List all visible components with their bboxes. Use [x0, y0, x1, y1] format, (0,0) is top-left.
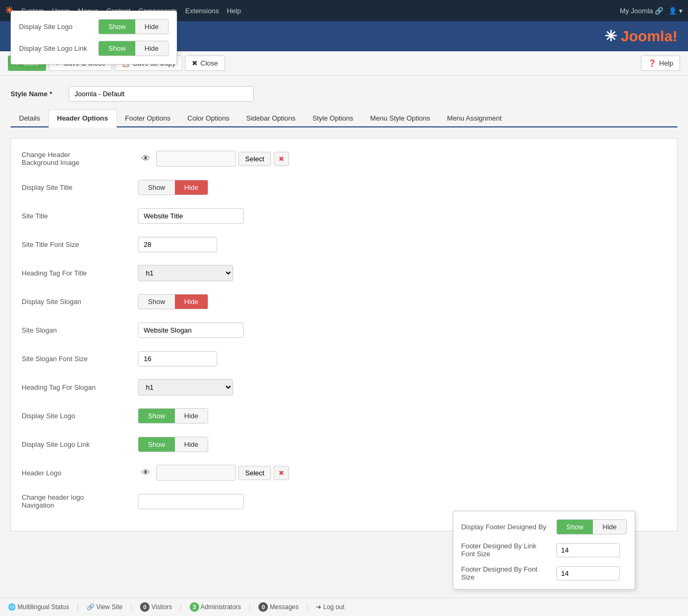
label-site-title: Site Title	[22, 212, 138, 220]
floating-logo-show-1[interactable]: Show	[99, 20, 135, 34]
control-header-logo: 👁 Select ✖	[138, 465, 289, 481]
floating-logo-show-2[interactable]: Show	[99, 41, 135, 56]
select-button-header-bg[interactable]: Select	[238, 152, 271, 166]
help-icon: ❓	[648, 59, 656, 67]
show-site-logo[interactable]: Show	[138, 409, 175, 423]
nav-help[interactable]: Help	[227, 7, 241, 15]
joomla-logo: ✳ Joomla!	[605, 27, 677, 45]
tab-details[interactable]: Details	[11, 109, 49, 126]
tab-menu-style-options[interactable]: Menu Style Options	[362, 109, 439, 126]
fp-footer-show[interactable]: Show	[557, 520, 593, 534]
hide-site-slogan[interactable]: Hide	[175, 295, 208, 309]
toggle-display-site-slogan[interactable]: Show Hide	[138, 294, 208, 309]
close-button[interactable]: ✖ Close	[185, 56, 225, 71]
form-row-change-header-bg: Change HeaderBackground Image 👁 Select ✖	[22, 149, 666, 168]
form-row-header-logo: Header Logo 👁 Select ✖	[22, 463, 666, 482]
tab-style-options[interactable]: Style Options	[304, 109, 361, 126]
site-title-input[interactable]	[138, 208, 244, 224]
label-display-site-logo-link: Display Site Logo Link	[22, 440, 138, 448]
form-row-display-site-logo-link: Display Site Logo Link Show Hide	[22, 435, 666, 454]
form-row-heading-tag-title: Heading Tag For Title h1 h2 h3	[22, 263, 666, 282]
user-icon[interactable]: 👤 ▾	[668, 7, 683, 15]
show-site-slogan[interactable]: Show	[138, 295, 175, 309]
form-row-change-header-logo-nav: Change header logoNavigation	[22, 492, 666, 511]
help-button[interactable]: ❓ Help	[641, 56, 680, 71]
hide-site-logo[interactable]: Hide	[175, 409, 208, 423]
file-input-header-bg	[156, 151, 236, 167]
label-change-header-logo-nav: Change header logoNavigation	[22, 493, 138, 509]
tabs-row: Details Header Options Footer Options Co…	[11, 109, 677, 127]
form-panel: Change HeaderBackground Image 👁 Select ✖…	[11, 138, 677, 531]
floating-logo-label-2: Display Site Logo Link	[19, 44, 93, 52]
site-title-font-size-input[interactable]	[138, 237, 217, 252]
floating-logo-hide-2[interactable]: Hide	[135, 41, 169, 56]
label-site-title-font-size: Site Title Font Size	[22, 241, 138, 249]
clear-button-header-logo[interactable]: ✖	[274, 466, 289, 480]
nav-right: My Joomla 🔗 👤 ▾	[620, 7, 683, 15]
form-row-site-slogan-font-size: Site Slogan Font Size	[22, 349, 666, 368]
clear-button-header-bg[interactable]: ✖	[274, 152, 289, 166]
toggle-display-site-logo[interactable]: Show Hide	[138, 408, 208, 424]
label-heading-tag-title: Heading Tag For Title	[22, 269, 138, 277]
label-heading-tag-slogan: Heading Tag For Slogan	[22, 383, 138, 391]
fp-footer-designed-toggle[interactable]: Show Hide	[556, 519, 627, 535]
close-icon: ✖	[192, 59, 198, 67]
form-row-display-site-slogan: Display Site Slogan Show Hide	[22, 292, 666, 311]
select-button-header-logo[interactable]: Select	[238, 466, 271, 480]
fp-footer-hide[interactable]: Hide	[593, 520, 626, 534]
heading-tag-title-select[interactable]: h1 h2 h3	[138, 265, 233, 281]
style-name-row: Style Name *	[11, 86, 677, 102]
floating-logo-hide-1[interactable]: Hide	[135, 20, 169, 34]
preview-icon-header-bg[interactable]: 👁	[138, 151, 154, 167]
floating-logo-label-1: Display Site Logo	[19, 23, 93, 31]
floating-logo-toggle-1[interactable]: Show Hide	[98, 19, 169, 34]
floating-footer-panel: Display Footer Designed By Show Hide Foo…	[453, 511, 635, 542]
label-site-slogan: Site Slogan	[22, 326, 138, 334]
floating-logo-toggle-2[interactable]: Show Hide	[98, 41, 169, 56]
form-row-heading-tag-slogan: Heading Tag For Slogan h1 h2 h3	[22, 378, 666, 397]
style-name-label: Style Name *	[11, 90, 63, 98]
hide-site-title[interactable]: Hide	[175, 180, 208, 195]
site-slogan-input[interactable]	[138, 323, 244, 338]
label-change-header-bg: Change HeaderBackground Image	[22, 151, 138, 167]
fp-footer-designed-label: Display Footer Designed By	[461, 523, 551, 531]
form-row-display-site-logo: Display Site Logo Show Hide	[22, 406, 666, 425]
style-name-input[interactable]	[69, 86, 254, 102]
form-row-site-slogan: Site Slogan	[22, 320, 666, 339]
site-slogan-font-size-input[interactable]	[138, 351, 217, 366]
nav-extensions[interactable]: Extensions	[185, 7, 219, 15]
label-display-site-slogan: Display Site Slogan	[22, 298, 138, 306]
label-header-logo: Header Logo	[22, 469, 138, 477]
label-site-slogan-font-size: Site Slogan Font Size	[22, 355, 138, 363]
label-display-site-title: Display Site Title	[22, 183, 138, 191]
tab-menu-assignment[interactable]: Menu Assignment	[439, 109, 510, 126]
tab-footer-options[interactable]: Footer Options	[117, 109, 179, 126]
label-display-site-logo: Display Site Logo	[22, 412, 138, 420]
main-content: Style Name * Details Header Options Foot…	[0, 76, 688, 542]
my-joomla-link[interactable]: My Joomla 🔗	[620, 7, 663, 15]
form-row-site-title-font-size: Site Title Font Size	[22, 235, 666, 254]
toggle-display-site-logo-link[interactable]: Show Hide	[138, 437, 208, 452]
change-header-logo-nav-input[interactable]	[138, 494, 244, 509]
form-row-display-site-title: Display Site Title Show Hide	[22, 178, 666, 197]
show-site-logo-link[interactable]: Show	[138, 437, 175, 452]
joomla-logo-text: Joomla!	[621, 28, 677, 44]
file-input-header-logo	[156, 465, 236, 481]
toggle-display-site-title[interactable]: Show Hide	[138, 180, 208, 195]
show-site-title[interactable]: Show	[138, 180, 175, 195]
heading-tag-slogan-select[interactable]: h1 h2 h3	[138, 379, 233, 396]
hide-site-logo-link[interactable]: Hide	[175, 437, 208, 452]
tab-sidebar-options[interactable]: Sidebar Options	[238, 109, 304, 126]
form-row-site-title: Site Title	[22, 206, 666, 225]
control-change-header-bg: 👁 Select ✖	[138, 151, 289, 167]
preview-icon-header-logo[interactable]: 👁	[138, 465, 154, 481]
floating-logo-panel: Display Site Logo Show Hide Display Site…	[11, 11, 177, 65]
tab-color-options[interactable]: Color Options	[179, 109, 238, 126]
tab-header-options[interactable]: Header Options	[49, 109, 117, 127]
